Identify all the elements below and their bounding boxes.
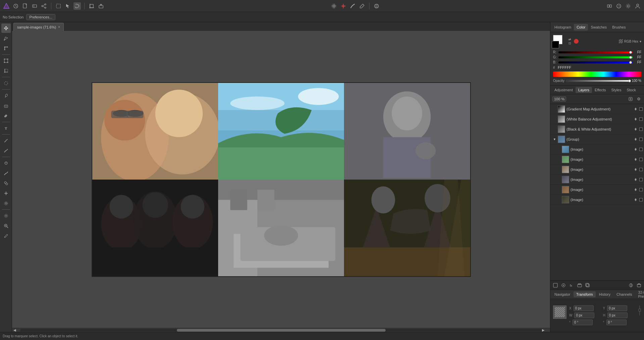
layer-check-gradient-map[interactable] (639, 107, 643, 111)
rot-input[interactable] (573, 320, 593, 325)
eraser-tool[interactable] (1, 101, 11, 110)
hex-value[interactable]: FFFFFF (558, 65, 571, 69)
layer-visibility-img6[interactable] (633, 197, 638, 202)
tab-styles[interactable]: Styles (609, 87, 624, 93)
node-tool[interactable] (1, 34, 11, 43)
share-icon[interactable] (40, 2, 48, 10)
color-picker-left-tool[interactable] (1, 231, 11, 241)
g-slider[interactable] (558, 56, 633, 58)
layer-visibility-img3[interactable] (633, 167, 638, 172)
layer-check-group[interactable] (639, 138, 643, 141)
layer-item-image-6[interactable]: (Image) (550, 195, 644, 205)
grid-cell-3[interactable] (344, 83, 470, 180)
healing-brush-tool[interactable] (1, 189, 11, 198)
color-mode-dropdown[interactable]: ▾ (640, 40, 641, 43)
text-tool[interactable]: T (1, 124, 11, 133)
studio-link-icon[interactable] (606, 2, 613, 10)
add-pixel-layer-btn[interactable] (552, 282, 559, 289)
w-input[interactable] (574, 312, 594, 318)
add-adjustment-layer-btn[interactable] (560, 282, 567, 289)
grid-cell-6[interactable] (344, 180, 470, 276)
grid-cell-4[interactable] (92, 180, 218, 276)
user-icon[interactable] (634, 2, 641, 10)
layer-item-group[interactable]: ▼ (Group) (550, 134, 644, 144)
grid-cell-5[interactable] (218, 180, 344, 276)
tab-channels[interactable]: Channels (614, 291, 635, 297)
layer-item-image-3[interactable]: (Image) (550, 164, 644, 175)
layer-check-img3[interactable] (639, 168, 643, 171)
move-tool[interactable] (1, 23, 11, 33)
layer-item-gradient-map[interactable]: (Gradient Map Adjustment) (550, 104, 644, 114)
pen-tool[interactable] (1, 136, 11, 145)
tab-effects[interactable]: Effects (592, 87, 608, 93)
shear-input[interactable] (606, 320, 627, 325)
crop-left-tool[interactable] (1, 66, 11, 76)
tab-navigator[interactable]: Navigator (552, 291, 573, 297)
tab-close-button[interactable]: × (58, 25, 60, 29)
layer-item-image-2[interactable]: (Image) (550, 154, 644, 164)
selection-brush-tool[interactable] (1, 79, 11, 88)
y-input[interactable] (607, 305, 627, 311)
layer-visibility-wb[interactable] (633, 117, 638, 122)
b-slider[interactable] (558, 61, 633, 63)
zoom-tool[interactable] (1, 221, 11, 231)
r-slider[interactable] (558, 51, 633, 53)
grid-cell-1[interactable] (92, 83, 218, 180)
clone-tool[interactable] (1, 179, 11, 188)
layer-item-image-5[interactable]: (Image) (550, 185, 644, 195)
blur-sharpen-tool[interactable] (1, 211, 11, 221)
layers-percent[interactable]: 100 % (552, 96, 566, 102)
layer-visibility-gradient-map[interactable] (633, 107, 638, 111)
x-input[interactable] (574, 305, 594, 311)
reset-colors-btn[interactable]: ⊡ (568, 42, 571, 45)
tab-color[interactable]: Color (574, 24, 588, 31)
background-color-swatch[interactable] (552, 41, 559, 48)
brush-stroke-icon[interactable] (349, 2, 356, 10)
learn-icon[interactable]: ? (615, 2, 623, 10)
tab-histogram[interactable]: Histogram (552, 24, 574, 31)
grid-cell-2[interactable] (218, 83, 344, 180)
layer-check-img4[interactable] (639, 178, 643, 181)
settings-icon[interactable] (625, 2, 632, 10)
paint-brush-tool[interactable] (1, 91, 11, 100)
duplicate-layer-btn[interactable] (584, 282, 591, 289)
scrollbar-track[interactable] (20, 329, 542, 332)
tab-brushes[interactable]: Brushes (609, 24, 628, 31)
color-dot-indicator[interactable] (574, 39, 579, 44)
layer-item-bw[interactable]: (Black & White Adjustment) (550, 124, 644, 134)
mask-layer-btn[interactable] (627, 282, 635, 289)
fill-tool[interactable] (1, 111, 11, 120)
vector-select-icon[interactable] (64, 2, 71, 10)
layer-check-bw[interactable] (639, 128, 643, 131)
smudge-tool[interactable] (1, 168, 11, 178)
preferences-button[interactable]: Preferences... (26, 14, 55, 20)
color-spectrum[interactable] (553, 71, 641, 77)
layer-check-img6[interactable] (639, 198, 643, 201)
layer-visibility-img4[interactable] (633, 177, 638, 182)
delete-layer-btn[interactable] (635, 282, 643, 289)
corner-tool[interactable] (1, 44, 11, 53)
tab-history[interactable]: History (596, 291, 613, 297)
tab-adjustment[interactable]: Adjustment (552, 87, 576, 93)
layer-visibility-bw[interactable] (633, 127, 638, 132)
canvas-tab-sample-images[interactable]: sample-images (71.6%) × (13, 23, 64, 31)
scroll-right-btn[interactable]: ▶ (542, 328, 549, 332)
snapping-icon[interactable] (340, 2, 347, 10)
swap-colors-btn[interactable]: ⇄ (568, 38, 571, 41)
freehand-icon[interactable] (73, 2, 81, 10)
layer-visibility-group[interactable] (633, 137, 638, 142)
crop-icon[interactable] (88, 2, 95, 10)
layer-item-image-1[interactable]: (Image) (550, 144, 644, 154)
grid-icon[interactable] (330, 2, 338, 10)
tab-swatches[interactable]: Swatches (588, 24, 609, 31)
tab-32bit[interactable]: 32-bit Preview (636, 289, 644, 299)
layer-check-wb[interactable] (639, 117, 643, 121)
layer-visibility-img5[interactable] (633, 187, 638, 192)
history-icon[interactable] (12, 2, 19, 10)
tab-stock[interactable]: Stock (624, 87, 639, 93)
add-fx-btn[interactable]: fx (568, 282, 575, 289)
layer-check-img1[interactable] (639, 148, 643, 151)
opacity-slider[interactable] (566, 80, 630, 82)
layer-check-img2[interactable] (639, 158, 643, 161)
h-input[interactable] (607, 312, 628, 318)
